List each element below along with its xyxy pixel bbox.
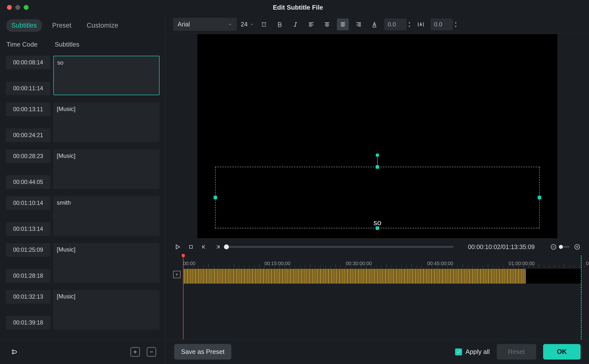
timecode-start[interactable]: 00:00:08:14	[6, 56, 50, 69]
preview-area: so	[166, 34, 589, 238]
left-tab-row: Subtitles Preset Customize	[0, 15, 166, 36]
prev-frame-button[interactable]	[200, 242, 209, 251]
playback-scrubber[interactable]	[226, 246, 454, 248]
subtitle-row[interactable]: 00:01:10:1400:01:13:14smith	[6, 196, 160, 236]
zoom-out-button[interactable]	[549, 242, 558, 251]
playback-controls: 00:00:10:02/01:13:35:09	[166, 238, 589, 255]
remove-subtitle-button[interactable]	[147, 347, 156, 357]
text-toolbar: Arial 24	[166, 15, 589, 34]
zoom-slider[interactable]	[561, 246, 570, 248]
timecode-start[interactable]: 00:01:32:13	[6, 290, 50, 304]
bold-button[interactable]	[274, 18, 286, 30]
timecode-end[interactable]: 00:00:11:14	[6, 82, 50, 95]
resize-handle-bottom[interactable]	[376, 226, 379, 230]
merge-subtitle-button[interactable]	[9, 346, 20, 357]
chevron-down-icon	[228, 22, 232, 27]
rotate-handle[interactable]	[376, 153, 379, 157]
svg-point-1	[12, 352, 13, 354]
line-spacing-value: 0.0	[431, 18, 453, 30]
subtitle-row[interactable]: 00:01:32:1300:01:39:18[Music]	[6, 290, 160, 329]
ok-button[interactable]: OK	[543, 344, 581, 360]
left-footer	[0, 339, 166, 364]
italic-button[interactable]	[290, 18, 301, 30]
track-toggle-button[interactable]	[173, 271, 181, 278]
subtitle-text-input[interactable]: so	[53, 56, 160, 95]
timecode-end[interactable]: 00:01:28:18	[6, 269, 50, 283]
ruler-tick: 01:15	[586, 261, 589, 267]
subtitle-row[interactable]: 00:00:13:1100:00:24:21[Music]	[6, 103, 160, 142]
titlebar: Edit Subtitle File	[0, 0, 589, 15]
right-footer: Save as Preset Apply all Reset OK	[166, 339, 589, 364]
timecode-end[interactable]: 00:01:13:14	[6, 222, 50, 236]
header-timecode: Time Code	[6, 41, 53, 48]
char-spacing-value: 0.0	[384, 18, 406, 30]
subtitle-text-input[interactable]: smith	[53, 196, 160, 236]
subtitle-bounding-box[interactable]: so	[215, 167, 540, 228]
right-panel: Arial 24	[166, 15, 589, 364]
zoom-in-button[interactable]	[573, 242, 582, 251]
line-spacing-stepper[interactable]: ▲▼	[454, 21, 457, 28]
timecode-end[interactable]: 00:01:39:18	[6, 316, 50, 329]
resize-handle-top[interactable]	[376, 165, 379, 169]
zoom-controls	[549, 242, 582, 251]
line-spacing-control[interactable]: 0.0 ▲▼	[431, 18, 457, 30]
subtitle-row[interactable]: 00:00:28:2300:00:44:05[Music]	[6, 149, 160, 189]
subtitle-row[interactable]: 00:00:08:1400:00:11:14so	[6, 56, 160, 95]
preview-subtitle-text: so	[373, 218, 381, 227]
align-right-button[interactable]	[353, 18, 365, 30]
font-size-control[interactable]: 24	[241, 21, 254, 28]
minimize-window-button[interactable]	[15, 5, 20, 10]
timecode-end[interactable]: 00:00:44:05	[6, 175, 50, 189]
timecode-start[interactable]: 00:01:25:09	[6, 243, 50, 257]
font-select-value: Arial	[178, 21, 190, 28]
svg-rect-2	[189, 245, 192, 248]
subtitle-text-input[interactable]: [Music]	[53, 290, 160, 329]
char-spacing-stepper[interactable]: ▲▼	[408, 21, 411, 28]
timeline-playhead[interactable]	[183, 255, 184, 339]
tab-subtitles[interactable]: Subtitles	[6, 19, 42, 32]
timecode-start[interactable]: 00:01:10:14	[6, 196, 50, 210]
font-color-button[interactable]	[368, 18, 380, 30]
timeline-end-marker[interactable]	[581, 255, 582, 339]
subtitle-text-input[interactable]: [Music]	[53, 149, 160, 189]
timecode-start[interactable]: 00:00:28:23	[6, 149, 50, 163]
play-button[interactable]	[173, 242, 182, 251]
video-canvas[interactable]: so	[197, 34, 557, 238]
subtitle-row[interactable]: 00:01:25:0900:01:28:18[Music]	[6, 243, 160, 283]
left-panel: Subtitles Preset Customize Time Code Sub…	[0, 15, 166, 364]
close-window-button[interactable]	[7, 5, 12, 10]
char-spacing-control[interactable]: 0.0 ▲▼	[384, 18, 411, 30]
subtitle-list[interactable]: 00:00:08:1400:00:11:14so00:00:13:1100:00…	[0, 56, 166, 339]
tab-preset[interactable]: Preset	[47, 19, 76, 32]
save-as-preset-button[interactable]: Save as Preset	[174, 344, 231, 360]
subtitle-text-input[interactable]: [Music]	[53, 103, 160, 142]
tab-customize[interactable]: Customize	[82, 19, 123, 32]
font-size-value: 24	[241, 21, 248, 28]
resize-handle-left[interactable]	[214, 196, 217, 199]
time-display: 00:00:10:02/01:13:35:09	[468, 243, 535, 251]
apply-all-label: Apply all	[465, 348, 490, 356]
line-height-button[interactable]	[258, 18, 270, 30]
reset-button[interactable]: Reset	[497, 344, 536, 360]
add-subtitle-button[interactable]	[130, 347, 140, 357]
resize-handle-right[interactable]	[538, 196, 541, 199]
scrubber-knob[interactable]	[224, 244, 229, 249]
timeline[interactable]: 00:0000:15:00:0000:30:00:0000:45:00:0001…	[166, 255, 589, 339]
next-frame-button[interactable]	[213, 242, 222, 251]
audio-waveform[interactable]	[183, 269, 582, 284]
maximize-window-button[interactable]	[24, 5, 29, 10]
timecode-start[interactable]: 00:00:13:11	[6, 103, 50, 116]
stop-button[interactable]	[186, 242, 195, 251]
zoom-knob[interactable]	[559, 245, 563, 249]
align-center-active-button[interactable]	[337, 18, 349, 30]
subtitle-text-input[interactable]: [Music]	[53, 243, 160, 283]
align-center-button[interactable]	[321, 18, 333, 30]
timeline-ruler[interactable]: 00:0000:15:00:0000:30:00:0000:45:00:0001…	[173, 255, 582, 267]
window-controls	[7, 5, 29, 10]
window-title: Edit Subtitle File	[29, 4, 567, 11]
apply-all-checkbox[interactable]: Apply all	[455, 348, 490, 356]
font-select[interactable]: Arial	[173, 18, 237, 31]
align-left-button[interactable]	[305, 18, 317, 30]
checkbox-icon	[455, 348, 462, 355]
timecode-end[interactable]: 00:00:24:21	[6, 128, 50, 142]
